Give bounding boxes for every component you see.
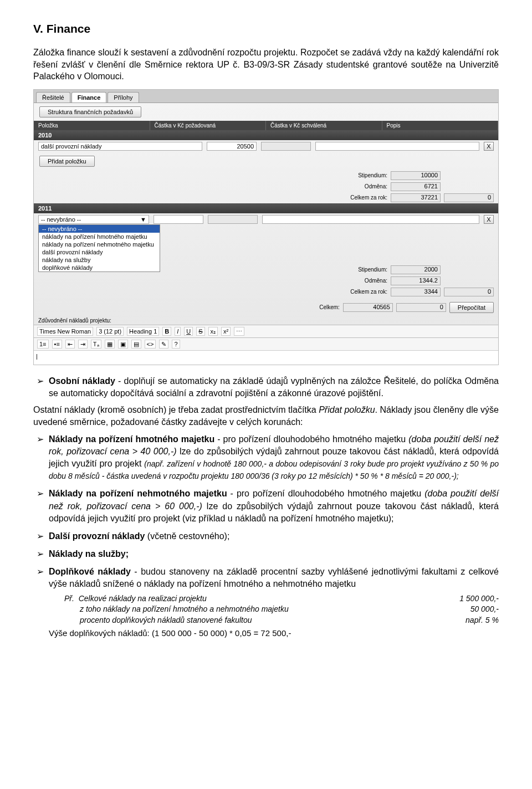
dropdown-list: -- nevybráno -- náklady na pořízení hmot… [38,224,160,272]
odmena-label-2: Odměna: [337,278,387,284]
bullet-sluzby: Náklady na služby; [33,548,499,560]
highlight-icon[interactable]: ▦ [105,340,115,349]
add-item-button[interactable]: Přidat položku [39,156,95,167]
tab-resitele[interactable]: Řešitelé [36,92,70,103]
example-total: Výše doplňkových nákladů: (1 500 000 - 5… [49,628,499,639]
odmena-label: Odměna: [337,183,387,189]
sup-icon[interactable]: x² [221,327,231,336]
delete-row-button-2[interactable]: X [484,215,494,224]
item-approved-2 [208,215,258,224]
more-icon[interactable]: ⋯ [234,327,244,336]
editor-toolbar: Times New Roman 3 (12 pt) Heading 1 B I … [34,325,498,337]
odmena-2011: 1344.2 [391,276,441,285]
year-2011: 2011 [34,203,498,213]
celkem-rok-label: Celkem za rok: [337,194,387,201]
style-select[interactable]: Heading 1 [127,327,159,336]
col-polozka: Položka [34,121,150,130]
item-name-input[interactable] [38,142,202,151]
dd-option[interactable]: náklady na služby [39,256,160,264]
col-castka-poz: Částka v Kč požadovaná [150,121,267,130]
delete-row-button[interactable]: X [484,142,494,151]
underline-icon[interactable]: U [184,327,193,336]
code-icon[interactable]: <> [145,340,156,349]
dd-option[interactable]: náklady na pořízení nehmotného majetku [39,240,160,248]
structure-button[interactable]: Struktura finančních požadavků [39,106,141,117]
bullet-provozni: Další provozní náklady (včetně cestovnéh… [33,530,499,542]
item-type-dropdown[interactable]: -- nevybráno -- ▼ -- nevybráno -- náklad… [38,215,149,224]
justify-label: Zdůvodnění nákladů projektu: [34,314,498,325]
finance-screenshot: Řešitelé Finance Přílohy Struktura finan… [33,89,499,365]
list-bullet-icon[interactable]: •≡ [52,340,62,349]
col-popis: Popis [382,121,499,130]
editor-toolbar-2: 1≡ •≡ ⇤ ⇥ Tₐ ▦ ▣ ▤ <> ✎ ? [34,337,498,350]
col-castka-schv: Částka v Kč schválená [266,121,382,130]
bold-icon[interactable]: B [162,327,171,336]
dd-option[interactable]: -- nevybráno -- [39,225,160,233]
item-amount-input[interactable] [207,142,257,151]
stipendium-2010: 10000 [391,171,441,180]
bullet-nehmotny-majetek: Náklady na pořízení nehmotného majetku -… [33,488,499,524]
bullet-personal-costs: Osobní náklady - doplňují se automaticky… [33,375,499,399]
tab-prilohy[interactable]: Přílohy [108,92,139,103]
example-block: Př. Celkové náklady na realizaci projekt… [64,593,499,626]
table-icon[interactable]: ▤ [131,340,141,349]
bullet-doplnkove: Doplňkové náklady - budou stanoveny na z… [33,566,499,639]
celkem-label: Celkem: [290,304,340,310]
dd-option[interactable]: náklady na pořízení hmotného majetku [39,233,160,240]
celkem-total: 40565 [343,303,393,312]
intro-paragraph: Záložka finance slouží k sestavení a zdů… [33,47,499,83]
celkem-2011: 3344 [391,288,441,296]
outdent-icon[interactable]: ⇤ [65,340,75,349]
font-select[interactable]: Times New Roman [37,327,93,336]
strike-icon[interactable]: S [196,327,204,336]
sub-icon[interactable]: x₂ [208,327,218,336]
recalc-button[interactable]: Přepočítat [449,302,494,313]
table-header: Položka Částka v Kč požadovaná Částka v … [34,121,498,130]
item-amount-input-2[interactable] [154,215,203,224]
celkem-total-schv: 0 [396,303,446,312]
dropdown-selected: -- nevybráno -- [41,216,81,223]
tab-finance[interactable]: Finance [71,92,107,103]
item-desc-input[interactable] [315,142,479,151]
image-icon[interactable]: ▣ [118,340,128,349]
celkem-2010-schv: 0 [444,193,494,202]
year-2010: 2010 [34,130,498,140]
odmena-2010: 6721 [391,182,441,191]
item-desc-input-2[interactable] [262,215,479,224]
stipendium-label: Stipendium: [337,172,387,178]
celkem-2011-schv: 0 [444,288,494,296]
section-heading: V. Finance [33,22,499,35]
chevron-down-icon: ▼ [140,216,146,223]
indent-icon[interactable]: ⇥ [78,340,88,349]
size-select[interactable]: 3 (12 pt) [96,327,124,336]
help-icon[interactable]: ? [172,340,180,349]
dd-option[interactable]: doplňkové náklady [39,264,160,271]
editor-area[interactable]: | [34,350,498,365]
para-other-costs: Ostatní náklady (kromě osobních) je třeb… [33,404,499,428]
italic-icon[interactable]: I [175,327,181,336]
item-approved [261,142,311,151]
list-ordered-icon[interactable]: 1≡ [37,340,49,349]
color-icon[interactable]: Tₐ [91,340,101,349]
dd-option[interactable]: další provozní náklady [39,248,160,256]
celkem-rok-label-2: Celkem za rok: [337,289,387,295]
stipendium-2011: 2000 [391,265,441,274]
celkem-2010: 37221 [391,193,441,202]
edit-icon[interactable]: ✎ [159,340,168,349]
stipendium-label-2: Stipendium: [337,267,387,273]
bullet-hmotny-majetek: Náklady na pořízení hmotného majetku - p… [33,433,499,482]
